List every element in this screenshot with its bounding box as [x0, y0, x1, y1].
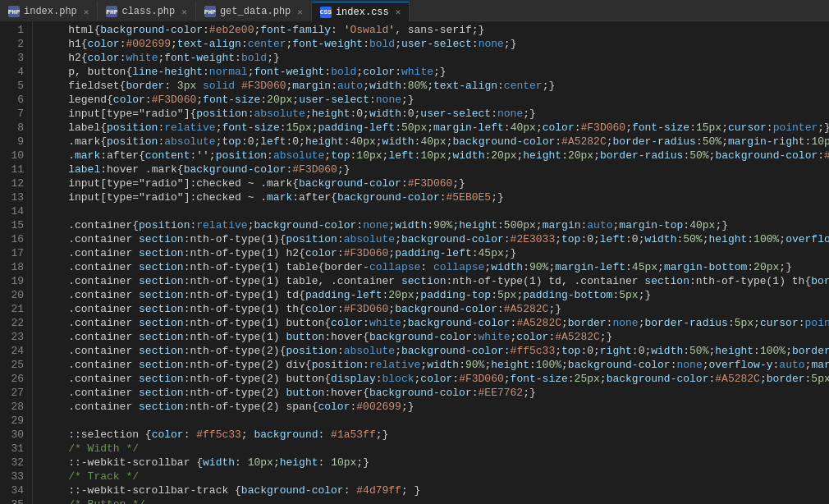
code-line-9: .mark{position:absolute;top:0;left:0;hei… [43, 135, 829, 149]
line-number-35: 35 [8, 497, 24, 504]
line-number-26: 26 [8, 372, 24, 386]
code-line-10: .mark:after{content:'';position:absolute… [43, 149, 829, 163]
code-line-26: .container section:nth-of-type(2) button… [43, 372, 829, 386]
line-number-21: 21 [8, 302, 24, 316]
code-line-14 [43, 204, 829, 218]
line-number-33: 33 [8, 470, 24, 483]
line-number-3: 3 [8, 51, 24, 65]
code-line-24: .container section:nth-of-type(2){positi… [43, 344, 829, 358]
line-number-27: 27 [8, 386, 24, 400]
line-number-17: 17 [8, 246, 24, 260]
tab-bar: PHPindex.php✕PHPclass.php✕PHPget_data.ph… [0, 0, 829, 21]
code-line-34: ::-webkit-scrollbar-track {background-co… [43, 483, 829, 497]
line-number-13: 13 [8, 190, 24, 204]
code-line-1: html{background-color:#eb2e00;font-famil… [43, 23, 829, 37]
line-number-23: 23 [8, 330, 24, 344]
line-numbers: 1234567891011121314151617181920212223242… [0, 21, 33, 504]
tab-get-data-php[interactable]: PHPget_data.php✕ [196, 2, 312, 21]
code-line-23: .container section:nth-of-type(1) button… [43, 330, 829, 344]
code-line-2: h1{color:#002699;text-align:center;font-… [43, 37, 829, 51]
line-number-2: 2 [8, 37, 24, 51]
code-line-18: .container section:nth-of-type(1) table{… [43, 260, 829, 274]
line-number-31: 31 [8, 442, 24, 456]
tab-label-index-php: index.php [24, 6, 77, 17]
tab-label-class-php: class.php [121, 6, 175, 17]
code-line-11: label:hover .mark{background-color:#F3D0… [43, 163, 829, 176]
code-line-30: ::selection {color: #ff5c33; background:… [43, 428, 829, 442]
tab-label-index-css: index.css [336, 7, 389, 18]
code-line-12: input[type="radio"]:checked ~ .mark{back… [43, 176, 829, 190]
line-number-20: 20 [8, 288, 24, 302]
code-line-25: .container section:nth-of-type(2) div{po… [43, 358, 829, 372]
code-line-7: input[type="radio"]{position:absolute;he… [43, 107, 829, 121]
code-line-22: .container section:nth-of-type(1) button… [43, 316, 829, 330]
line-number-10: 10 [8, 149, 24, 163]
tab-label-get-data-php: get_data.php [220, 6, 291, 17]
editor: 1234567891011121314151617181920212223242… [0, 21, 829, 504]
line-number-11: 11 [8, 163, 24, 176]
tab-close-index-php[interactable]: ✕ [84, 7, 89, 17]
tab-close-class-php[interactable]: ✕ [181, 7, 187, 17]
line-number-19: 19 [8, 274, 24, 288]
line-number-8: 8 [8, 121, 24, 135]
line-number-7: 7 [8, 107, 24, 121]
code-line-20: .container section:nth-of-type(1) td{pad… [43, 288, 829, 302]
line-number-5: 5 [8, 79, 24, 93]
tab-icon-get-data-php: PHP [204, 6, 216, 17]
code-line-35: /* Button */ [43, 497, 829, 504]
tab-icon-index-css: CSS [320, 7, 332, 18]
code-line-31: /* Width */ [43, 442, 829, 456]
line-number-28: 28 [8, 400, 24, 414]
code-line-6: legend{color:#F3D060;font-size:20px;user… [43, 93, 829, 107]
code-line-16: .container section:nth-of-type(1){positi… [43, 232, 829, 246]
tab-close-get-data-php[interactable]: ✕ [297, 7, 303, 17]
code-line-21: .container section:nth-of-type(1) th{col… [43, 302, 829, 316]
code-line-27: .container section:nth-of-type(2) button… [43, 386, 829, 400]
code-line-3: h2{color:white;font-weight:bold;} [43, 51, 829, 65]
code-line-8: label{position:relative;font-size:15px;p… [43, 121, 829, 135]
line-number-30: 30 [8, 428, 24, 442]
line-number-12: 12 [8, 176, 24, 190]
line-number-25: 25 [8, 358, 24, 372]
line-number-34: 34 [8, 483, 24, 497]
tab-icon-index-php: PHP [8, 6, 20, 17]
code-line-17: .container section:nth-of-type(1) h2{col… [43, 246, 829, 260]
code-line-28: .container section:nth-of-type(2) span{c… [43, 400, 829, 414]
tab-close-index-css[interactable]: ✕ [396, 7, 401, 17]
line-number-32: 32 [8, 456, 24, 470]
line-number-14: 14 [8, 204, 24, 218]
tab-index-css[interactable]: CSSindex.css✕ [312, 2, 410, 21]
line-number-9: 9 [8, 135, 24, 149]
code-area[interactable]: html{background-color:#eb2e00;font-famil… [33, 21, 829, 504]
line-number-6: 6 [8, 93, 24, 107]
code-line-4: p, button{line-height:normal;font-weight… [43, 65, 829, 79]
line-number-29: 29 [8, 414, 24, 428]
line-number-22: 22 [8, 316, 24, 330]
tab-icon-class-php: PHP [106, 6, 117, 17]
code-line-13: input[type="radio"]:checked ~ .mark:afte… [43, 190, 829, 204]
line-number-4: 4 [8, 65, 24, 79]
line-number-1: 1 [8, 23, 24, 37]
tab-class-php[interactable]: PHPclass.php✕ [98, 2, 195, 21]
tab-index-php[interactable]: PHPindex.php✕ [0, 2, 98, 21]
code-line-33: /* Track */ [43, 470, 829, 483]
line-number-15: 15 [8, 218, 24, 232]
code-line-32: ::-webkit-scrollbar {width: 10px;height:… [43, 456, 829, 470]
code-line-29 [43, 414, 829, 428]
line-number-18: 18 [8, 260, 24, 274]
code-line-19: .container section:nth-of-type(1) table,… [43, 274, 829, 288]
line-number-24: 24 [8, 344, 24, 358]
code-line-15: .container{position:relative;background-… [43, 218, 829, 232]
line-number-16: 16 [8, 232, 24, 246]
code-line-5: fieldset{border: 3px solid #F3D060;margi… [43, 79, 829, 93]
